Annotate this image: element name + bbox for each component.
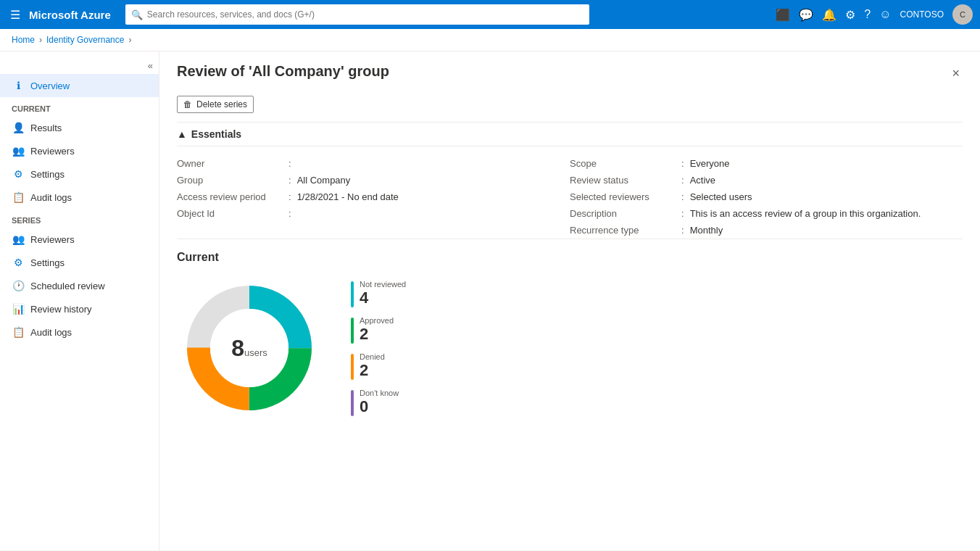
essentials-row-selected-reviewers: Selected reviewers : Selected users xyxy=(570,188,963,205)
scope-value: Everyone xyxy=(690,158,730,169)
search-icon: 🔍 xyxy=(131,9,143,20)
info-icon: ℹ xyxy=(12,80,25,91)
legend: Not reviewed 4 Approved 2 xyxy=(351,280,406,416)
legend-count-not-reviewed: 4 xyxy=(360,289,406,307)
legend-bar-not-reviewed xyxy=(351,281,354,307)
chart-icon: 📊 xyxy=(12,303,25,315)
close-button[interactable]: × xyxy=(949,63,963,84)
sidebar-item-review-history[interactable]: 📊 Review history xyxy=(0,297,159,320)
legend-bar-approved xyxy=(351,318,354,344)
essentials-row-group: Group : All Company xyxy=(177,172,570,188)
selected-reviewers-value: Selected users xyxy=(690,191,752,202)
sidebar-label-scheduled-review: Scheduled review xyxy=(30,281,105,291)
people-icon-2: 👥 xyxy=(12,233,25,245)
essentials-row-recurrence: Recurrence type : Monthly xyxy=(570,222,963,239)
clock-icon: 🕐 xyxy=(12,280,25,291)
essentials-row-access-period: Access review period : 1/28/2021 - No en… xyxy=(177,188,570,205)
sidebar-item-scheduled-review[interactable]: 🕐 Scheduled review xyxy=(0,274,159,297)
essentials-header[interactable]: ▲ Essentials xyxy=(177,122,963,146)
access-period-label: Access review period xyxy=(177,191,286,202)
group-label: Group xyxy=(177,175,286,186)
donut-chart: 8users xyxy=(177,276,322,420)
objectid-label: Object Id xyxy=(177,208,286,219)
sidebar-item-reviewers-series[interactable]: 👥 Reviewers xyxy=(0,228,159,251)
legend-approved: Approved 2 xyxy=(351,316,406,344)
sidebar-label-reviewers-series: Reviewers xyxy=(30,234,75,245)
sidebar-section-series: Series xyxy=(0,209,159,228)
recurrence-label: Recurrence type xyxy=(570,225,678,236)
clipboard-icon: 📋 xyxy=(12,191,25,203)
recurrence-value: Monthly xyxy=(690,225,723,236)
sidebar-label-reviewers-current: Reviewers xyxy=(30,146,75,157)
sidebar-collapse-btn[interactable]: « xyxy=(0,57,159,74)
sidebar-item-settings-series[interactable]: ⚙ Settings xyxy=(0,251,159,274)
breadcrumb-sep-2: › xyxy=(128,35,131,45)
username[interactable]: CONTOSO xyxy=(900,9,944,20)
sidebar-label-auditlogs-series: Audit logs xyxy=(30,327,72,338)
access-period-value: 1/28/2021 - No end date xyxy=(297,191,399,202)
legend-count-denied: 2 xyxy=(360,361,385,380)
sidebar-item-auditlogs-series[interactable]: 📋 Audit logs xyxy=(0,320,159,344)
sidebar-label-settings-current: Settings xyxy=(30,169,65,180)
hamburger-menu[interactable]: ☰ xyxy=(7,5,23,25)
legend-name-dont-know: Don't know xyxy=(360,389,399,397)
breadcrumb-home[interactable]: Home xyxy=(12,35,35,45)
legend-name-not-reviewed: Not reviewed xyxy=(360,280,406,289)
legend-bar-denied xyxy=(351,354,354,380)
essentials-row-description: Description : This is an access review o… xyxy=(570,205,963,222)
current-title: Current xyxy=(177,251,963,264)
avatar[interactable]: C xyxy=(952,4,973,25)
topnav: ☰ Microsoft Azure 🔍 ⬛ 💬 🔔 ⚙ ? ☺ CONTOSO … xyxy=(0,0,980,29)
selected-reviewers-label: Selected reviewers xyxy=(570,191,678,202)
person-icon: 👤 xyxy=(12,122,25,133)
legend-count-dont-know: 0 xyxy=(360,397,399,416)
owner-label: Owner xyxy=(177,158,286,169)
settings-icon[interactable]: ⚙ xyxy=(845,8,855,22)
topnav-icons: ⬛ 💬 🔔 ⚙ ? ☺ CONTOSO C xyxy=(776,4,973,25)
help-icon[interactable]: ? xyxy=(864,8,871,21)
sidebar-label-review-history: Review history xyxy=(30,304,92,315)
gear-icon: ⚙ xyxy=(12,168,25,180)
essentials-left: Owner : Group : All Company Access revie… xyxy=(177,155,570,239)
essentials-grid: Owner : Group : All Company Access revie… xyxy=(177,155,963,239)
sidebar-item-auditlogs-current[interactable]: 📋 Audit logs xyxy=(0,186,159,209)
search-bar[interactable]: 🔍 xyxy=(125,4,589,25)
sidebar-item-settings-current[interactable]: ⚙ Settings xyxy=(0,162,159,186)
sidebar-label-results: Results xyxy=(30,123,62,133)
donut-center: 8users xyxy=(231,335,267,362)
description-value: This is an access review of a group in t… xyxy=(690,208,921,219)
sidebar-item-results[interactable]: 👤 Results xyxy=(0,116,159,139)
legend-count-approved: 2 xyxy=(360,325,394,344)
chart-container: 8users Not reviewed 4 xyxy=(177,276,963,420)
current-section: Current xyxy=(159,239,980,432)
essentials-row-review-status: Review status : Active xyxy=(570,172,963,188)
legend-not-reviewed: Not reviewed 4 xyxy=(351,280,406,307)
feedback-icon[interactable]: 💬 xyxy=(799,8,813,22)
gear-icon-2: ⚙ xyxy=(12,257,25,268)
review-status-label: Review status xyxy=(570,175,678,186)
chevron-up-icon: ▲ xyxy=(177,128,187,140)
breadcrumb: Home › Identity Governance › xyxy=(0,29,980,51)
page-title: Review of 'All Company' group xyxy=(177,63,389,80)
donut-total: 8 xyxy=(231,335,244,361)
cloud-shell-icon[interactable]: ⬛ xyxy=(776,8,790,22)
breadcrumb-sep-1: › xyxy=(39,35,42,45)
review-status-value: Active xyxy=(690,175,715,186)
breadcrumb-identity-governance[interactable]: Identity Governance xyxy=(46,35,124,45)
essentials-row-owner: Owner : xyxy=(177,155,570,172)
donut-unit: users xyxy=(244,347,267,358)
page-header: Review of 'All Company' group × xyxy=(159,51,980,93)
essentials-row-objectid: Object Id : xyxy=(177,205,570,222)
legend-denied: Denied 2 xyxy=(351,352,406,380)
search-input[interactable] xyxy=(147,9,584,20)
scope-label: Scope xyxy=(570,158,678,169)
sidebar-label-overview: Overview xyxy=(30,80,70,91)
delete-series-button[interactable]: 🗑 Delete series xyxy=(177,96,254,113)
essentials-label: Essentials xyxy=(191,128,241,140)
description-label: Description xyxy=(570,208,678,219)
notifications-icon[interactable]: 🔔 xyxy=(822,8,836,22)
toolbar: 🗑 Delete series xyxy=(159,93,980,122)
sidebar-item-reviewers-current[interactable]: 👥 Reviewers xyxy=(0,139,159,162)
sidebar-item-overview[interactable]: ℹ Overview xyxy=(0,74,159,97)
smile-icon[interactable]: ☺ xyxy=(879,8,891,21)
